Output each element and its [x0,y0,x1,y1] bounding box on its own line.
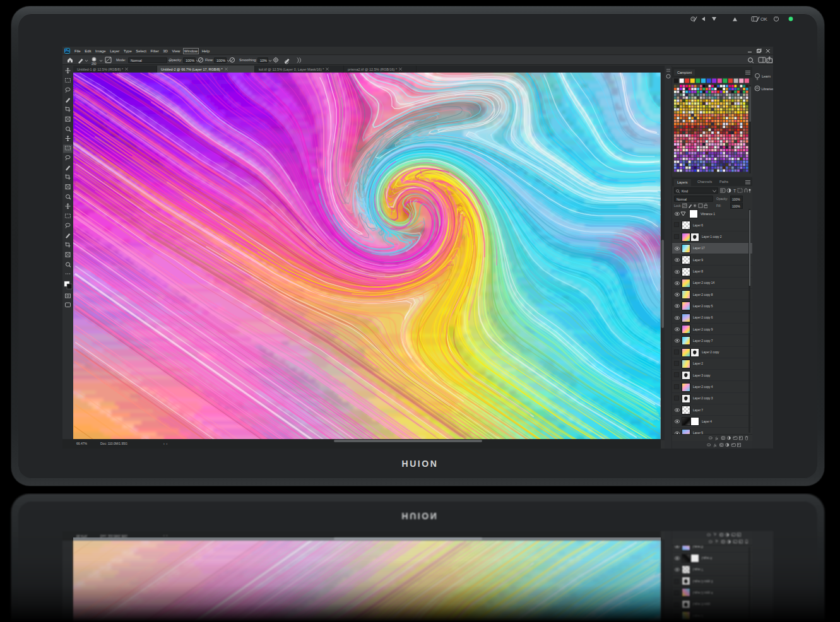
svg-text:Learn: Learn [762,74,771,78]
svg-text:T: T [733,189,736,193]
svg-text:250: 250 [92,62,97,66]
svg-text:fx: fx [714,443,717,447]
svg-text:OK: OK [760,16,767,22]
svg-text:fx: fx [714,532,717,536]
svg-text:Libraries: Libraries [762,87,774,91]
svg-text:fx: fx [716,539,719,543]
svg-text:fx: fx [716,437,719,440]
